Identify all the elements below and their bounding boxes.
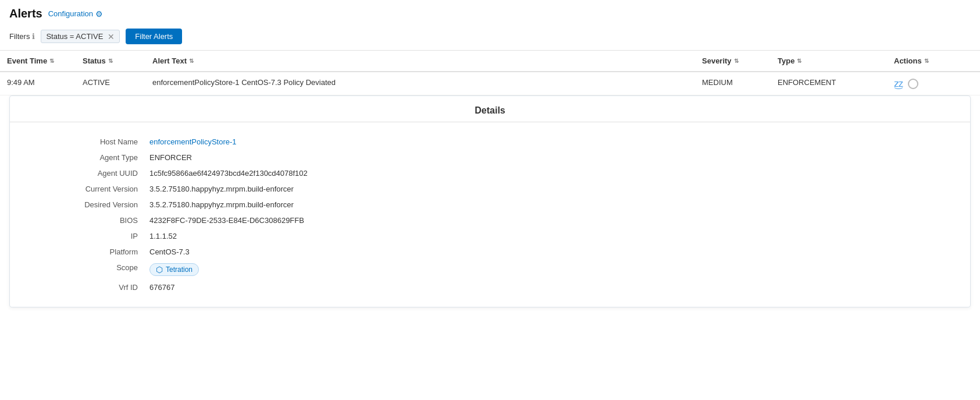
col-header-alert-text[interactable]: Alert Text ⇅ — [145, 51, 695, 72]
col-header-type[interactable]: Type ⇅ — [771, 51, 887, 72]
details-body: Host NameenforcementPolicyStore-1Agent T… — [10, 122, 970, 307]
filter-alerts-button[interactable]: Filter Alerts — [126, 29, 182, 44]
detail-row: IP1.1.1.52 — [33, 228, 947, 244]
details-panel: Details Host NameenforcementPolicyStore-… — [9, 95, 971, 307]
detail-row: Host NameenforcementPolicyStore-1 — [33, 134, 947, 150]
detail-value[interactable]: enforcementPolicyStore-1 — [149, 137, 237, 146]
cell-status: ACTIVE — [76, 72, 145, 95]
scope-badge[interactable]: ⬡Tetration — [149, 263, 199, 276]
filter-bar: Filters ℹ Status = ACTIVE ✕ Filter Alert… — [0, 25, 980, 51]
cell-severity: MEDIUM — [695, 72, 771, 95]
detail-row: Desired Version3.5.2.75180.happyhyz.mrpm… — [33, 197, 947, 213]
detail-value: 4232F8FC-79DE-2533-E84E-D6C308629FFB — [149, 216, 304, 225]
sort-icon-severity: ⇅ — [734, 58, 739, 64]
detail-row: PlatformCentOS-7.3 — [33, 244, 947, 260]
detail-label: IP — [33, 232, 149, 240]
col-header-status[interactable]: Status ⇅ — [76, 51, 145, 72]
cell-alert-text: enforcementPolicyStore-1 CentOS-7.3 Poli… — [145, 72, 695, 95]
detail-value: 3.5.2.75180.happyhyz.mrpm.build-enforcer — [149, 185, 294, 193]
detail-row: Scope⬡Tetration — [33, 260, 947, 279]
detail-label: Scope — [33, 263, 149, 272]
filter-tag: Status = ACTIVE ✕ — [41, 30, 120, 43]
sort-icon-alert-text: ⇅ — [189, 58, 194, 64]
configuration-label: Configuration — [48, 9, 93, 18]
sort-icon-event-time: ⇅ — [49, 58, 54, 64]
detail-row: Vrf ID676767 — [33, 279, 947, 295]
snooze-icon[interactable]: z͜z — [894, 78, 903, 89]
detail-label: Desired Version — [33, 200, 149, 209]
cell-actions: z͜z — [887, 72, 980, 95]
detail-value: ENFORCER — [149, 153, 192, 162]
detail-label: Agent Type — [33, 153, 149, 162]
detail-row: Agent TypeENFORCER — [33, 150, 947, 165]
sort-icon-type: ⇅ — [797, 58, 801, 64]
detail-label: Agent UUID — [33, 169, 149, 178]
table-row: 9:49 AM ACTIVE enforcementPolicyStore-1 … — [0, 72, 980, 95]
circle-action-icon[interactable] — [908, 79, 918, 89]
detail-label: Platform — [33, 247, 149, 256]
filters-label: Filters ℹ — [9, 32, 35, 41]
detail-value: 3.5.2.75180.happyhyz.mrpm.build-enforcer — [149, 200, 294, 209]
detail-row: BIOS4232F8FC-79DE-2533-E84E-D6C308629FFB — [33, 213, 947, 228]
configuration-link[interactable]: Configuration ⚙ — [48, 9, 103, 19]
detail-label: BIOS — [33, 216, 149, 225]
col-header-actions[interactable]: Actions ⇅ — [887, 51, 980, 72]
filter-tag-text: Status = ACTIVE — [46, 32, 103, 41]
cell-type: ENFORCEMENT — [771, 72, 887, 95]
alerts-table: Event Time ⇅ Status ⇅ Alert Text ⇅ Sever… — [0, 51, 980, 95]
sort-icon-actions: ⇅ — [924, 58, 929, 64]
detail-value: 1.1.1.52 — [149, 232, 177, 240]
detail-label: Host Name — [33, 137, 149, 146]
clear-filter-button[interactable]: ✕ — [108, 33, 115, 41]
sort-icon-status: ⇅ — [108, 58, 113, 64]
page-title: Alerts — [9, 7, 42, 20]
action-icons: z͜z — [894, 78, 973, 89]
detail-label: Current Version — [33, 185, 149, 193]
details-header: Details — [10, 96, 970, 122]
detail-value: ⬡Tetration — [149, 263, 199, 276]
detail-value: 1c5fc95866ae6f424973bcd4e2f130cd4078f102 — [149, 169, 308, 178]
detail-value: CentOS-7.3 — [149, 247, 190, 256]
gear-icon: ⚙ — [95, 9, 103, 19]
info-icon: ℹ — [32, 32, 35, 41]
cell-event-time: 9:49 AM — [0, 72, 76, 95]
detail-label: Vrf ID — [33, 283, 149, 292]
detail-row: Agent UUID1c5fc95866ae6f424973bcd4e2f130… — [33, 165, 947, 181]
scope-badge-icon: ⬡ — [156, 265, 163, 274]
page-header: Alerts Configuration ⚙ — [0, 0, 980, 25]
table-header-row: Event Time ⇅ Status ⇅ Alert Text ⇅ Sever… — [0, 51, 980, 72]
detail-value: 676767 — [149, 283, 174, 292]
col-header-severity[interactable]: Severity ⇅ — [695, 51, 771, 72]
detail-row: Current Version3.5.2.75180.happyhyz.mrpm… — [33, 181, 947, 197]
col-header-event-time[interactable]: Event Time ⇅ — [0, 51, 76, 72]
scope-badge-text: Tetration — [166, 266, 193, 274]
